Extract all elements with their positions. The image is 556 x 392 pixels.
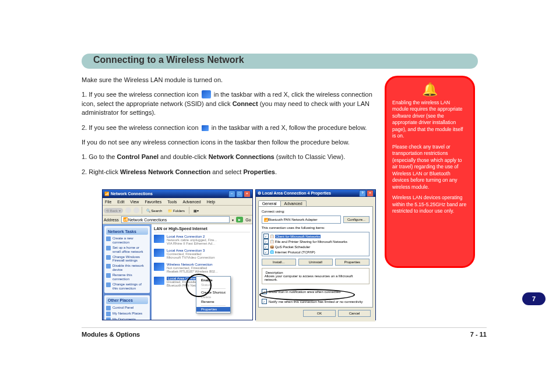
maximize-button[interactable]: □: [236, 190, 243, 197]
notify-checkbox[interactable]: ✓Notify me when this connection has limi…: [262, 299, 370, 304]
uninstall-button[interactable]: Uninstall: [298, 259, 333, 266]
panel-other-places: Other Places Control Panel My Network Pl…: [104, 295, 150, 320]
explorer-window: 📶 Network Connections – □ × File Edit Vi…: [102, 189, 253, 320]
views-button[interactable]: ▦▾: [192, 208, 200, 213]
uses-label: This connection uses the following items…: [262, 226, 370, 229]
minimize-button[interactable]: –: [228, 190, 235, 197]
address-bar: Address 📶 Network Connections ▾ ▶ Go: [103, 216, 252, 224]
task-item[interactable]: Change Windows Firewall settings: [106, 255, 148, 264]
help-button[interactable]: ?: [359, 190, 366, 197]
titlebar: 📶 Network Connections – □ ×: [103, 190, 252, 198]
search-button[interactable]: 🔍 Search: [145, 208, 164, 213]
network-icon: [154, 277, 164, 285]
components-list[interactable]: ✓📋 Client for Microsoft Networks ✓📋 File…: [262, 232, 370, 256]
up-button[interactable]: [133, 207, 139, 213]
task-item[interactable]: Change settings of this connection: [106, 282, 148, 291]
ctx-create-shortcut[interactable]: Create Shortcut: [201, 290, 226, 295]
page-nav-button[interactable]: 7: [522, 292, 546, 305]
connection-item[interactable]: Local Area Connection 2Network cable unp…: [154, 235, 250, 245]
adapter-field[interactable]: 📶 Bluetooth PAN Network Adapter: [262, 216, 341, 224]
embedded-screenshots: 📶 Network Connections – □ × File Edit Vi…: [102, 189, 376, 320]
connect-using-label: Connect using:: [262, 210, 370, 213]
warning-text: Enabling the wireless LAN module require…: [392, 100, 467, 215]
properties-dialog: ⚙ Local Area Connection 4 Properties ?× …: [255, 189, 376, 320]
wireless-icon-x2: [202, 125, 209, 131]
network-icon: [154, 249, 164, 257]
ctx-rename[interactable]: Rename: [201, 299, 226, 304]
context-menu: Enable Status Create Shortcut Delete Ren…: [196, 276, 231, 313]
panel-network-tasks: Network Tasks Create a new connection Se…: [104, 226, 150, 293]
menu-tools[interactable]: Tools: [167, 200, 177, 204]
close-button[interactable]: ×: [367, 190, 374, 197]
task-item[interactable]: Create a new connection: [106, 236, 148, 245]
menu-edit[interactable]: Edit: [117, 200, 124, 204]
group-header: LAN or High-Speed Internet: [154, 227, 250, 232]
ctx-properties[interactable]: Properties: [196, 307, 230, 312]
wireless-icon-x: [202, 90, 211, 98]
configure-button[interactable]: Configure...: [343, 216, 370, 223]
cancel-button[interactable]: Cancel: [338, 310, 371, 317]
panel-header: Other Places: [106, 297, 148, 304]
description-group: Description Allows your computer to acce…: [262, 268, 370, 284]
menu-favorites[interactable]: Favorites: [145, 200, 161, 204]
step-1: 1. If you see the wireless connection ic…: [82, 90, 373, 117]
go-button[interactable]: ▶: [236, 217, 243, 223]
place-item[interactable]: My Network Places: [106, 311, 148, 317]
component-item[interactable]: ✓🌐 Internet Protocol (TCP/IP): [263, 249, 368, 255]
menu-help[interactable]: Help: [207, 200, 215, 204]
titlebar: ⚙ Local Area Connection 4 Properties ?×: [256, 190, 375, 197]
component-item[interactable]: ✓📋 Client for Microsoft Networks: [263, 234, 368, 239]
address-label: Address: [104, 218, 119, 222]
install-button[interactable]: Install...: [262, 259, 296, 266]
ctx-status: Status: [201, 282, 226, 287]
task-item[interactable]: Rename this connection: [106, 273, 148, 282]
close-button[interactable]: ×: [244, 190, 251, 197]
window-title: 📶 Network Connections: [104, 192, 228, 196]
substep-1: 1. Go to the Control Panel and double-cl…: [82, 153, 373, 161]
menu-file[interactable]: File: [105, 200, 111, 204]
place-item[interactable]: Control Panel: [106, 305, 148, 311]
dialog-title: ⚙ Local Area Connection 4 Properties: [258, 191, 359, 196]
task-item[interactable]: Disable this network device: [106, 263, 148, 273]
connection-item[interactable]: Local Area Connection 3Connected, Firewa…: [154, 249, 250, 259]
tab-bar: General Advanced: [258, 199, 373, 206]
address-input[interactable]: 📶 Network Connections: [121, 216, 230, 223]
section-title: Connecting to a Wireless Network: [93, 55, 244, 65]
menu-advanced[interactable]: Advanced: [183, 200, 201, 204]
substep-2: 2. Right-click Wireless Network Connecti…: [82, 168, 373, 176]
tab-general[interactable]: General: [258, 200, 281, 206]
body-text: Make sure the Wireless LAN module is tur…: [82, 76, 373, 182]
connection-item[interactable]: Wireless Network ConnectionNot connected…: [154, 263, 250, 273]
panel-header: Network Tasks: [106, 228, 148, 235]
tab-content: Connect using: 📶 Bluetooth PAN Network A…: [258, 206, 373, 308]
component-item[interactable]: ✓📦 QoS Packet Scheduler: [263, 244, 368, 249]
step-2: 2. If you see the wireless connection ic…: [82, 123, 373, 132]
description-text: Allows your computer to access resources…: [265, 274, 367, 281]
dialog-body: General Advanced Connect using: 📶 Blueto…: [256, 197, 375, 322]
network-icon: [154, 235, 164, 243]
side-panel: Network Tasks Create a new connection Se…: [103, 224, 152, 320]
alarm-icon: 🔔: [392, 83, 467, 96]
menu-view[interactable]: View: [130, 200, 139, 204]
network-icon: [154, 263, 164, 271]
place-item[interactable]: My Documents: [106, 317, 148, 320]
footer-divider: [82, 327, 487, 328]
ctx-enable[interactable]: Enable: [201, 278, 226, 282]
warning-box: 🔔 Enabling the wireless LAN module requi…: [385, 76, 475, 268]
ok-button[interactable]: OK: [303, 310, 336, 317]
back-button[interactable]: ⟲ Back ▾: [104, 208, 123, 213]
tab-advanced[interactable]: Advanced: [280, 200, 307, 206]
folders-button[interactable]: 📁 Folders: [166, 208, 186, 213]
properties-button[interactable]: Properties: [335, 259, 370, 266]
component-item[interactable]: ✓📋 File and Printer Sharing for Microsof…: [263, 239, 368, 244]
page-footer: Modules & Options 7 - 11: [82, 331, 487, 338]
paragraph: If you do not see any wireless connectio…: [82, 138, 373, 147]
menu-bar[interactable]: File Edit View Favorites Tools Advanced …: [103, 198, 252, 206]
paragraph: Make sure the Wireless LAN module is tur…: [82, 76, 373, 84]
task-item[interactable]: Set up a home or small office network: [106, 245, 148, 255]
footer-right: 7 - 11: [470, 331, 487, 338]
toolbar: ⟲ Back ▾ 🔍 Search 📁 Folders ▦▾: [103, 206, 252, 216]
ctx-delete: Delete: [201, 295, 226, 299]
forward-button[interactable]: [125, 207, 131, 213]
show-icon-checkbox[interactable]: ✓Show icon in notification area when con…: [262, 289, 370, 294]
